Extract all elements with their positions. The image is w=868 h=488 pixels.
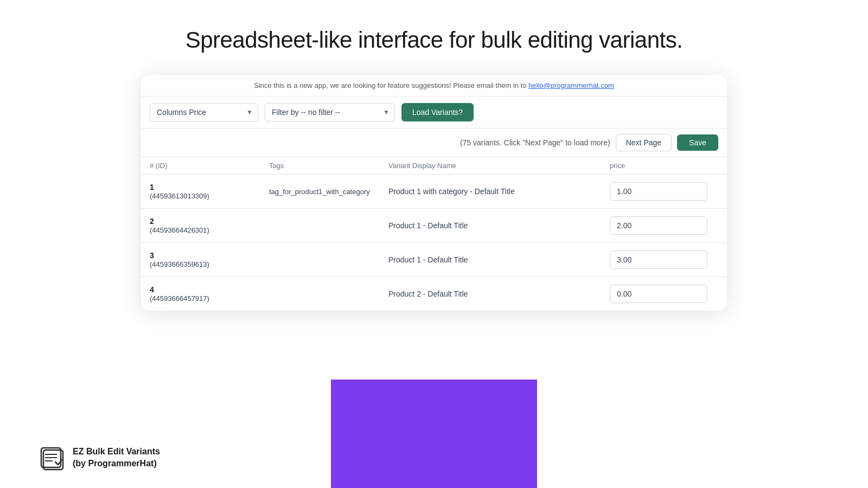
table-header: # (ID) Tags Variant Display Name price	[141, 157, 727, 175]
page-title: Spreadsheet-like interface for bulk edit…	[0, 0, 868, 75]
price-input-0[interactable]	[610, 182, 707, 201]
notice-text: Since this is a new app, we are looking …	[254, 81, 526, 89]
table-row: 3 (44593666359613) Product 1 - Default T…	[141, 243, 727, 277]
variants-info-text: (75 variants. Click "Next Page" to load …	[150, 138, 610, 147]
main-card: Since this is a new app, we are looking …	[141, 75, 727, 311]
cell-id-0: 1 (44593613013309)	[150, 183, 269, 200]
cell-id-2: 3 (44593666359613)	[150, 251, 269, 268]
load-variants-button[interactable]: Load Variants?	[401, 103, 474, 121]
save-button[interactable]: Save	[677, 134, 718, 151]
info-bar: (75 variants. Click "Next Page" to load …	[141, 129, 727, 157]
cell-name-1: Product 1 - Default Title	[388, 221, 610, 230]
cell-price-1	[610, 216, 718, 235]
id-sub-1: (44593664426301)	[150, 226, 209, 234]
col-id: # (ID)	[150, 162, 269, 170]
id-sub-3: (44593666457917)	[150, 294, 209, 303]
table-body: 1 (44593613013309) tag_for_product1_with…	[141, 175, 727, 311]
id-number-3: 4	[150, 285, 269, 294]
cell-id-1: 2 (44593664426301)	[150, 217, 269, 234]
table-row: 4 (44593666457917) Product 2 - Default T…	[141, 277, 727, 311]
table-row: 2 (44593664426301) Product 1 - Default T…	[141, 209, 727, 243]
notice-bar: Since this is a new app, we are looking …	[141, 75, 727, 97]
next-page-button[interactable]: Next Page	[616, 134, 672, 151]
id-number-0: 1	[150, 183, 269, 191]
id-number-1: 2	[150, 217, 269, 226]
id-sub-2: (44593666359613)	[150, 260, 209, 268]
col-name: Variant Display Name	[388, 162, 610, 170]
logo-icon	[38, 444, 66, 472]
cell-tags-0: tag_for_product1_with_category	[269, 188, 388, 196]
cell-price-0	[610, 182, 718, 201]
notice-link[interactable]: hello@programmerhat.com	[528, 81, 614, 89]
brand-logo: EZ Bulk Edit Variants (by ProgrammerHat)	[38, 444, 160, 472]
columns-select[interactable]: Columns Price Compare At Price Weight In…	[150, 103, 258, 121]
col-price: price	[610, 162, 718, 170]
filter-select-wrapper: Filter by -- no filter -- Tag Product Ty…	[265, 103, 395, 121]
columns-select-wrapper: Columns Price Compare At Price Weight In…	[150, 103, 258, 121]
filter-select[interactable]: Filter by -- no filter -- Tag Product Ty…	[265, 103, 395, 121]
decorative-purple-box	[331, 380, 537, 488]
brand-name-line1: EZ Bulk Edit Variants	[73, 446, 160, 458]
price-input-2[interactable]	[610, 251, 707, 269]
col-tags: Tags	[269, 162, 388, 170]
id-number-2: 3	[150, 251, 269, 260]
toolbar: Columns Price Compare At Price Weight In…	[141, 97, 727, 129]
cell-name-2: Product 1 - Default Title	[388, 255, 610, 264]
cell-name-0: Product 1 with category - Default Title	[388, 187, 610, 196]
cell-price-2	[610, 251, 718, 269]
cell-price-3	[610, 285, 718, 303]
cell-id-3: 4 (44593666457917)	[150, 285, 269, 303]
brand-text: EZ Bulk Edit Variants (by ProgrammerHat)	[73, 446, 160, 470]
brand-name-line2: (by ProgrammerHat)	[73, 458, 160, 470]
price-input-1[interactable]	[610, 216, 707, 235]
cell-name-3: Product 2 - Default Title	[388, 290, 610, 298]
id-sub-0: (44593613013309)	[150, 192, 209, 200]
table-row: 1 (44593613013309) tag_for_product1_with…	[141, 175, 727, 209]
price-input-3[interactable]	[610, 285, 707, 303]
